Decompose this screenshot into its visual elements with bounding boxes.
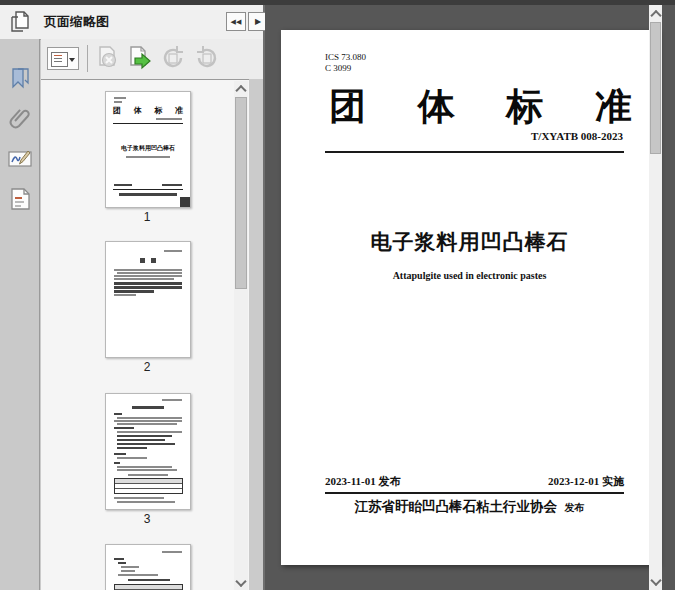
thumbnail-toolbar: [41, 39, 263, 79]
thumbnail-page-2[interactable]: [105, 241, 191, 358]
mini-heading: 团体 标准: [113, 105, 183, 116]
thumbnail-list: 团体 标准 电子浆料用凹凸棒石 1: [41, 79, 249, 590]
footer-rule: [325, 492, 624, 494]
document-title-en: Attapulgite used in electronic pastes: [281, 270, 658, 281]
chevron-down-icon: [69, 58, 75, 62]
attachments-paperclip-icon[interactable]: [6, 105, 34, 133]
document-scrollbar[interactable]: [649, 5, 662, 590]
bookmarks-icon[interactable]: [6, 65, 34, 93]
implementation-date: 2023-12-01 实施: [548, 474, 624, 489]
thumbnail-label-3: 3: [105, 512, 189, 526]
extract-pages-icon[interactable]: [125, 44, 153, 72]
options-list-icon: [51, 52, 68, 67]
collapse-panel-button[interactable]: ◀◀: [226, 12, 246, 31]
scrollbar-thumb[interactable]: [235, 97, 247, 289]
standard-type-heading: 团 体 标 准: [329, 82, 632, 132]
issue-date: 2023-11-01 发布: [325, 474, 400, 489]
pdf-viewer-window: 页面缩略图 ◀◀ ▶: [0, 0, 675, 590]
standard-number: T/XYATB 008-2023: [531, 130, 623, 142]
scroll-down-button[interactable]: [649, 574, 662, 589]
thumbnail-label-2: 2: [105, 360, 189, 374]
toolbar-separator: [87, 45, 88, 72]
rotate-left-icon[interactable]: [159, 44, 187, 72]
delete-pages-icon[interactable]: [93, 44, 121, 72]
c-code: C 3099: [325, 63, 366, 74]
scroll-up-button[interactable]: [234, 81, 248, 96]
scrollbar-thumb[interactable]: [650, 22, 661, 154]
header-rule: [325, 151, 624, 153]
document-page-1: ICS 73.080 C 3099 团 体 标 准 T/XYATB 008-20…: [281, 30, 658, 565]
rotate-right-icon[interactable]: [193, 44, 221, 72]
publisher-line: 江苏省盱眙凹凸棒石粘土行业协会 发布: [281, 498, 658, 516]
document-title-cn: 电子浆料用凹凸棒石: [281, 228, 658, 256]
thumbnails-panel: 页面缩略图 ◀◀ ▶: [0, 5, 265, 590]
thumbnail-scrollbar[interactable]: [234, 81, 248, 590]
scroll-down-button[interactable]: [234, 575, 248, 590]
thumbnail-page-4[interactable]: [105, 544, 191, 590]
page-selection-marker: [180, 197, 190, 207]
forms-document-icon[interactable]: [6, 185, 34, 213]
sidebar-icon-strip: [0, 39, 40, 590]
mini-doc-title: 电子浆料用凹凸棒石: [106, 144, 190, 153]
panel-header: 页面缩略图 ◀◀ ▶: [0, 5, 263, 40]
thumbnail-page-1[interactable]: 团体 标准 电子浆料用凹凸棒石: [105, 91, 191, 208]
signature-icon[interactable]: [6, 145, 34, 173]
thumbnail-page-3[interactable]: [105, 393, 191, 510]
panel-title: 页面缩略图: [44, 13, 109, 31]
options-menu-button[interactable]: [47, 47, 79, 70]
date-row: 2023-11-01 发布 2023-12-01 实施: [325, 474, 624, 489]
mini-table: [114, 584, 183, 590]
mini-table: [114, 478, 183, 494]
document-view[interactable]: ICS 73.080 C 3099 团 体 标 准 T/XYATB 008-20…: [265, 5, 662, 590]
ics-codes: ICS 73.080 C 3099: [325, 52, 366, 74]
ics-number: ICS 73.080: [325, 52, 366, 63]
thumbnail-label-1: 1: [105, 210, 189, 224]
pages-icon[interactable]: [8, 9, 34, 35]
scroll-up-button[interactable]: [649, 6, 662, 21]
